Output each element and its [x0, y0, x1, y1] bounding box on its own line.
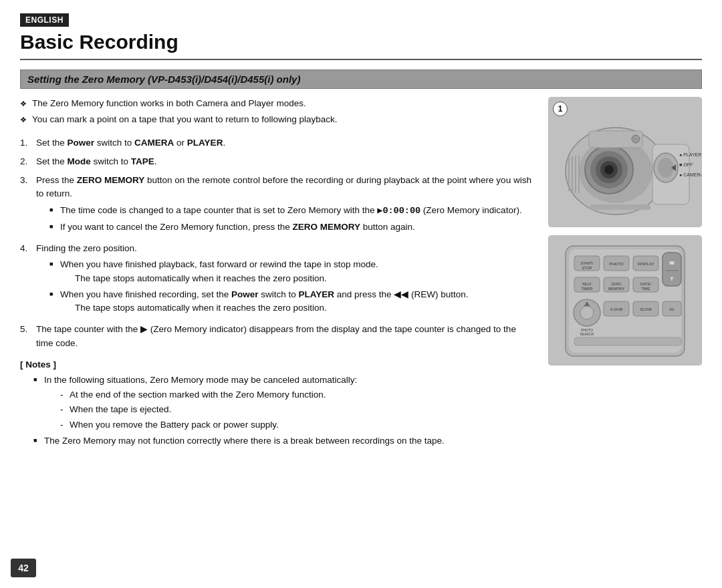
svg-text:ZERO: ZERO: [611, 282, 622, 286]
svg-point-20: [632, 135, 640, 143]
svg-rect-21: [590, 204, 650, 210]
step-5-text: The tape counter with the ▶ (Zero Memory…: [36, 323, 535, 350]
intro-bullet-2: You can mark a point on a tape that you …: [20, 113, 535, 126]
intro-bullet-1: The Zero Memory function works in both C…: [20, 97, 535, 110]
note-1-dashes: At the end of the section marked with th…: [60, 388, 535, 432]
svg-text:● CAMERA: ● CAMERA: [679, 172, 701, 177]
step-4-text: Finding the zero position. When you have…: [36, 242, 535, 317]
svg-text:TIMER: TIMER: [581, 287, 592, 291]
step-4: 4. Finding the zero position. When you h…: [20, 242, 535, 317]
text-column: The Zero Memory function works in both C…: [20, 97, 535, 450]
svg-text:DATE/: DATE/: [640, 282, 651, 286]
svg-text:START/: START/: [580, 261, 594, 265]
svg-point-7: [604, 165, 614, 174]
svg-text:MEMORY: MEMORY: [608, 287, 625, 291]
svg-text:T: T: [671, 276, 674, 282]
language-badge: ENGLISH: [20, 13, 69, 27]
step-4-sub-1: When you have finished playback, fast fo…: [49, 258, 535, 285]
step-4-sub-2: When you have finished recording, set th…: [49, 288, 535, 315]
page-number: 42: [11, 559, 36, 577]
note-2: The Zero Memory may not function correct…: [33, 434, 535, 448]
step-3-sub-1: The time code is changed to a tape count…: [49, 204, 535, 218]
note-dash-3: When you remove the Battery pack or powe…: [60, 418, 535, 432]
note-dash-2: When the tape is ejected.: [60, 403, 535, 416]
step-1: 1. Set the Power switch to CAMERA or PLA…: [20, 136, 535, 150]
notes-title: [ Notes ]: [20, 359, 535, 370]
notes-list: In the following situations, Zero Memory…: [33, 374, 535, 448]
page-title: Basic Recording: [20, 31, 702, 60]
svg-point-47: [580, 306, 594, 319]
svg-text:SEARCH: SEARCH: [580, 332, 594, 336]
camera-svg: ● PLAYER ■ OFF ● CAMERA: [549, 98, 701, 227]
svg-text:■ OFF: ■ OFF: [679, 162, 693, 167]
step-3-num: 3.: [20, 174, 32, 237]
svg-text:X2: X2: [669, 307, 675, 311]
svg-text:● PLAYER: ● PLAYER: [679, 152, 701, 157]
page-container: ENGLISH Basic Recording Setting the Zero…: [0, 0, 722, 588]
image-column: 1: [548, 97, 702, 450]
step-2-text: Set the Mode switch to TAPE.: [36, 155, 535, 168]
note-dash-1: At the end of the section marked with th…: [60, 388, 535, 402]
section-heading: Setting the Zero Memory (VP-D453(i)/D454…: [20, 69, 702, 89]
svg-text:PHOTO: PHOTO: [609, 262, 624, 266]
svg-text:TIME: TIME: [641, 287, 650, 291]
notes-section: [ Notes ] In the following situations, Z…: [20, 359, 535, 448]
svg-text:A.DUB: A.DUB: [610, 307, 622, 311]
intro-bullets: The Zero Memory function works in both C…: [20, 97, 535, 127]
step-4-sub-1-cont: The tape stops automatically when it rea…: [75, 273, 327, 283]
step-4-sub-2-cont: The tape stops automatically when it rea…: [75, 303, 327, 313]
svg-text:DISPLAY: DISPLAY: [638, 262, 654, 266]
step-4-num: 4.: [20, 242, 32, 317]
remote-svg: START/ STOP PHOTO DISPLAY W T: [549, 236, 701, 365]
step-3-text: Press the ZERO MEMORY button on the remo…: [36, 174, 535, 237]
camera-step-badge: 1: [553, 102, 568, 116]
svg-text:W: W: [669, 260, 675, 266]
step-5: 5. The tape counter with the ▶ (Zero Mem…: [20, 323, 535, 350]
remote-image-box: START/ STOP PHOTO DISPLAY W T: [548, 235, 702, 365]
svg-text:SELF: SELF: [582, 282, 592, 286]
step-2: 2. Set the Mode switch to TAPE.: [20, 155, 535, 168]
step-4-subbullets: When you have finished playback, fast fo…: [49, 258, 535, 315]
step-5-num: 5.: [20, 323, 32, 350]
main-layout: The Zero Memory function works in both C…: [20, 97, 702, 450]
step-1-text: Set the Power switch to CAMERA or PLAYER…: [36, 136, 535, 150]
step-3: 3. Press the ZERO MEMORY button on the r…: [20, 174, 535, 237]
step-2-num: 2.: [20, 155, 32, 168]
note-1: In the following situations, Zero Memory…: [33, 374, 535, 432]
step-1-num: 1.: [20, 136, 32, 150]
svg-text:STOP: STOP: [582, 266, 592, 270]
svg-rect-56: [574, 337, 681, 345]
numbered-steps: 1. Set the Power switch to CAMERA or PLA…: [20, 136, 535, 350]
step-3-sub-2: If you want to cancel the Zero Memory fu…: [49, 220, 535, 234]
camera-image-box: 1: [548, 97, 702, 227]
step-3-subbullets: The time code is changed to a tape count…: [49, 204, 535, 235]
svg-text:SLOW: SLOW: [640, 307, 652, 311]
